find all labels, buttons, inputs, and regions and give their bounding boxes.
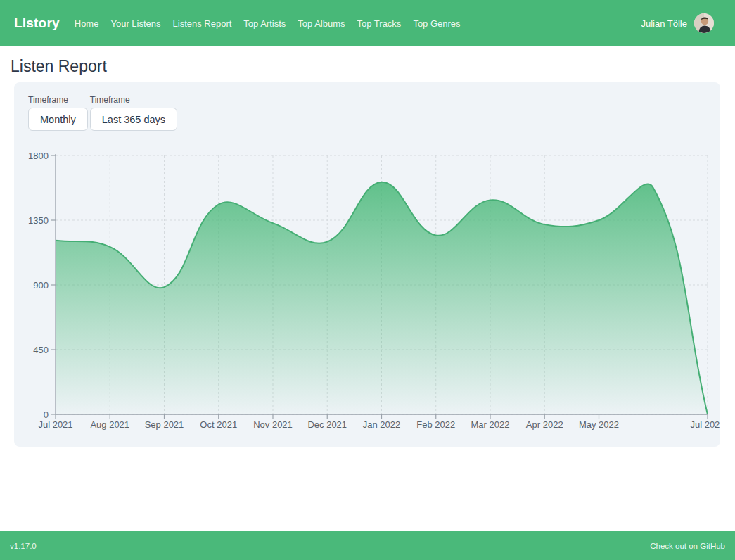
footer: v1.17.0 Check out on GitHub (0, 531, 735, 560)
svg-text:900: 900 (33, 280, 49, 291)
nav-item-top-tracks[interactable]: Top Tracks (357, 18, 402, 29)
navbar: Listory Home Your Listens Listens Report… (0, 0, 735, 46)
svg-text:1800: 1800 (28, 151, 49, 161)
nav-item-listens-report[interactable]: Listens Report (173, 18, 232, 29)
main-nav: Home Your Listens Listens Report Top Art… (75, 18, 461, 29)
github-link[interactable]: Check out on GitHub (650, 542, 725, 550)
svg-text:Nov 2021: Nov 2021 (253, 419, 293, 430)
svg-text:Sep 2021: Sep 2021 (145, 419, 184, 430)
area-chart-canvas[interactable]: 045090013501800Jul 2021Aug 2021Sep 2021O… (14, 82, 720, 447)
nav-item-your-listens[interactable]: Your Listens (110, 18, 160, 29)
user-avatar[interactable] (694, 13, 714, 33)
svg-text:Oct 2021: Oct 2021 (200, 419, 237, 430)
svg-text:Feb 2022: Feb 2022 (416, 419, 455, 430)
user-name: Julian Tölle (641, 18, 687, 29)
svg-text:Mar 2022: Mar 2022 (471, 419, 510, 430)
report-card: Timeframe Monthly Timeframe Last 365 day… (14, 82, 720, 447)
svg-text:1350: 1350 (28, 215, 49, 226)
app-version: v1.17.0 (10, 542, 37, 550)
nav-item-top-genres[interactable]: Top Genres (413, 18, 460, 29)
svg-text:Jul 2021: Jul 2021 (38, 419, 72, 430)
brand-logo[interactable]: Listory (14, 15, 60, 31)
listen-report-chart[interactable]: 045090013501800Jul 2021Aug 2021Sep 2021O… (14, 82, 720, 447)
svg-text:450: 450 (33, 345, 49, 355)
user-menu[interactable]: Julian Tölle (641, 13, 714, 33)
svg-text:Jul 2022: Jul 2022 (690, 419, 720, 430)
svg-text:Apr 2022: Apr 2022 (526, 419, 563, 430)
svg-text:Dec 2021: Dec 2021 (307, 419, 347, 430)
svg-text:0: 0 (44, 409, 49, 420)
svg-text:Aug 2021: Aug 2021 (90, 419, 129, 430)
avatar-photo (694, 13, 714, 33)
svg-text:May 2022: May 2022 (579, 419, 619, 430)
svg-text:Jan 2022: Jan 2022 (363, 419, 401, 430)
nav-item-top-albums[interactable]: Top Albums (298, 18, 345, 29)
nav-item-top-artists[interactable]: Top Artists (243, 18, 286, 29)
nav-item-home[interactable]: Home (75, 18, 99, 29)
page-title: Listen Report (11, 57, 107, 76)
